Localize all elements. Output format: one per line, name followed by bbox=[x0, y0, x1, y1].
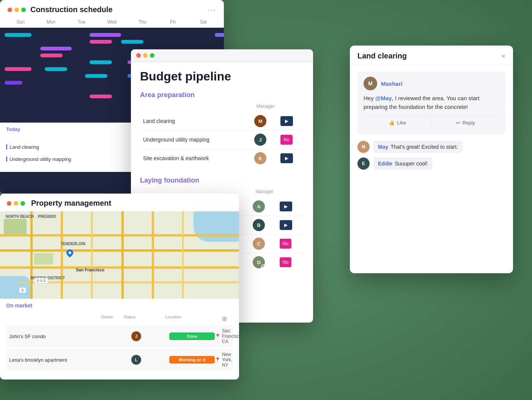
sender-avatar: M bbox=[364, 77, 377, 90]
like-button[interactable]: 👍 Like bbox=[364, 116, 432, 129]
chat-reply-eddie: E EddieSuuuper cool! bbox=[357, 157, 505, 170]
property-management-window: Property management NORTH BEACH PRESIDIO bbox=[0, 194, 239, 380]
add-property-button[interactable]: ⊕ bbox=[219, 315, 230, 323]
like-icon: 👍 bbox=[389, 120, 395, 126]
traffic-light-red[interactable] bbox=[8, 8, 12, 12]
section-area-prep: Area preparation bbox=[140, 91, 304, 99]
tl-yellow[interactable] bbox=[143, 53, 148, 58]
day-sun: Sun bbox=[5, 19, 36, 25]
action-button-pink[interactable]: No bbox=[280, 135, 292, 145]
action-button[interactable]: ▶ bbox=[280, 116, 293, 126]
sender-name: Mashari bbox=[381, 80, 403, 87]
location-icon-2: 📍 bbox=[215, 357, 220, 362]
action-button[interactable]: ▶ bbox=[280, 220, 292, 230]
manager-avatar: M bbox=[254, 115, 266, 127]
chat-text-before: Hey bbox=[364, 95, 375, 101]
col-status: Status bbox=[124, 315, 165, 323]
table-row: Underground utility mapping J No bbox=[140, 131, 304, 149]
reply-avatar-eddie: E bbox=[357, 157, 370, 170]
status-done: Done bbox=[169, 332, 215, 340]
action-button[interactable]: ▶ bbox=[280, 153, 293, 163]
reply-sender-may: May bbox=[378, 144, 388, 150]
day-wed: Wed bbox=[97, 19, 127, 25]
budget-pipeline-title: Budget pipeline bbox=[140, 69, 304, 83]
day-thu: Thu bbox=[127, 19, 157, 25]
reply-bubble-may: MayThat's great! Excited to start. bbox=[373, 141, 463, 153]
col-manager-2: Manager bbox=[241, 189, 277, 197]
property-name-1: John's SF condo bbox=[9, 334, 131, 339]
tl-yellow-prop[interactable] bbox=[14, 201, 18, 206]
property-row: John's SF condo J Done 📍 San Francisco, … bbox=[6, 325, 233, 347]
highway-101: ①①① bbox=[34, 278, 48, 283]
manager-avatar: B bbox=[253, 219, 265, 231]
property-name-2: Lena's brooklyn apartment bbox=[9, 357, 131, 363]
task-name: Land clearing bbox=[140, 112, 243, 131]
chat-text: Hey @May, I reviewed the area. You can s… bbox=[364, 94, 499, 111]
tl-red-prop[interactable] bbox=[7, 201, 11, 206]
on-market-label: On market bbox=[6, 302, 32, 309]
table-row: Land clearing M ▶ bbox=[140, 112, 304, 131]
manager-avatar: D bbox=[253, 256, 265, 268]
chat-mention: @May bbox=[375, 95, 392, 101]
message-header: M Mashari bbox=[364, 77, 499, 90]
tl-red[interactable] bbox=[136, 53, 141, 58]
col-location: Location bbox=[165, 315, 219, 323]
col-manager: Manager bbox=[243, 104, 277, 112]
chat-header: Land clearing × bbox=[350, 46, 513, 65]
location-2: 📍 New York, NY bbox=[215, 352, 230, 368]
chat-body: M Mashari Hey @May, I reviewed the area.… bbox=[350, 65, 513, 270]
map-label-tenderloin: TENDERLOIN bbox=[61, 242, 85, 246]
map-container: NORTH BEACH PRESIDIO TENDERLOIN San Fran… bbox=[0, 211, 239, 299]
close-button[interactable]: × bbox=[501, 53, 505, 60]
reply-button[interactable]: ↩ Reply bbox=[432, 116, 500, 129]
col-owner: Owner bbox=[101, 315, 124, 323]
manager-avatar: K bbox=[254, 152, 266, 164]
map-label-sf: San Francisco bbox=[76, 268, 104, 272]
table-row: Site excavation & earthwork K ▶ bbox=[140, 149, 304, 168]
owner-avatar-1: J bbox=[131, 331, 141, 341]
status-working: Working on it bbox=[169, 356, 215, 364]
action-button-pink[interactable]: No bbox=[280, 239, 291, 249]
tl-green[interactable] bbox=[150, 53, 154, 58]
reply-label: Reply bbox=[463, 120, 475, 126]
day-fri: Fri bbox=[157, 19, 188, 25]
task-name: Underground utility mapping bbox=[140, 131, 243, 149]
chat-title: Land clearing bbox=[357, 52, 407, 60]
location-text-2: New York, NY bbox=[222, 352, 232, 368]
manager-avatar: J bbox=[254, 134, 266, 146]
area-prep-table: Manager Land clearing M ▶ Underground ut… bbox=[140, 104, 304, 167]
map-label-presidio: PRESIDIO bbox=[38, 214, 56, 219]
action-button-pink[interactable]: No bbox=[280, 257, 291, 267]
property-row: Lena's brooklyn apartment L Working on i… bbox=[6, 349, 233, 371]
col-action bbox=[277, 104, 304, 112]
today-row-name-1: Land clearing bbox=[6, 144, 134, 150]
reply-icon: ↩ bbox=[456, 120, 460, 126]
location-1: 📍 San Francisco, CA bbox=[215, 328, 230, 344]
tl-green-prop[interactable] bbox=[20, 201, 25, 206]
highway-label: ① bbox=[19, 287, 26, 293]
chat-actions: 👍 Like ↩ Reply bbox=[364, 116, 499, 129]
manager-avatar: A bbox=[253, 200, 265, 213]
col-prop-name bbox=[9, 315, 101, 323]
task-name: Site excavation & earthwork bbox=[140, 149, 243, 168]
more-options-icon[interactable]: ··· bbox=[208, 5, 216, 14]
reply-text-eddie: Suuuper cool! bbox=[395, 161, 427, 167]
construction-title: Construction schedule bbox=[30, 5, 208, 14]
owner-avatar-2: L bbox=[131, 355, 141, 365]
chat-window: Land clearing × M Mashari Hey @May, I re… bbox=[350, 46, 513, 273]
today-row-name-2: Underground utility mapping bbox=[6, 156, 134, 162]
traffic-light-yellow[interactable] bbox=[14, 8, 19, 12]
reply-avatar-may: M bbox=[357, 141, 370, 153]
col-action-2 bbox=[277, 189, 304, 197]
col-task bbox=[140, 104, 243, 112]
today-col-name bbox=[8, 135, 133, 140]
day-sat: Sat bbox=[188, 19, 219, 25]
section-laying-foundation: Laying foundation bbox=[140, 176, 304, 184]
traffic-light-green[interactable] bbox=[21, 8, 26, 12]
location-text-1: San Francisco, CA bbox=[222, 328, 239, 344]
like-label: Like bbox=[397, 120, 406, 126]
manager-avatar: C bbox=[253, 238, 265, 250]
action-button[interactable]: ▶ bbox=[280, 202, 292, 211]
reply-text-may: That's great! Excited to start. bbox=[390, 144, 458, 150]
map-label-north: NORTH BEACH bbox=[6, 214, 34, 219]
